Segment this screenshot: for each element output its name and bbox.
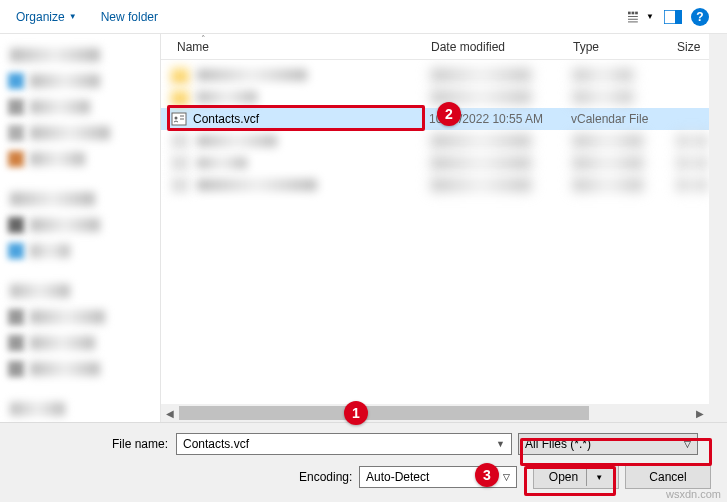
annotation-callout-1: 1	[344, 401, 368, 425]
annotation-box-open	[524, 466, 616, 496]
view-icon	[628, 10, 644, 24]
scroll-thumb[interactable]	[179, 406, 589, 420]
new-folder-label: New folder	[101, 10, 158, 24]
list-item[interactable]	[161, 130, 727, 152]
svg-rect-1	[632, 11, 635, 14]
help-button[interactable]: ?	[691, 8, 709, 26]
annotation-callout-3: 3	[475, 463, 499, 487]
encoding-label: Encoding:	[299, 470, 359, 484]
svg-rect-0	[628, 11, 631, 14]
horizontal-scrollbar[interactable]: ◀ ▶	[161, 404, 709, 422]
svg-rect-5	[628, 21, 638, 22]
svg-rect-2	[635, 11, 638, 14]
scroll-right-icon[interactable]: ▶	[691, 404, 709, 422]
chevron-down-icon: ▼	[69, 12, 77, 21]
annotation-box-filter	[520, 438, 712, 466]
annotation-box-file	[167, 105, 425, 131]
view-options-button[interactable]: ▼	[627, 6, 655, 28]
main-area: ˄ Name Date modified Type Size	[0, 34, 727, 422]
scroll-left-icon[interactable]: ◀	[161, 404, 179, 422]
sort-indicator-icon: ˄	[201, 34, 206, 44]
chevron-down-icon[interactable]: ▼	[496, 439, 505, 449]
annotation-callout-2: 2	[437, 102, 461, 126]
list-item[interactable]	[161, 152, 727, 174]
svg-rect-3	[628, 16, 638, 17]
organize-button[interactable]: Organize ▼	[16, 10, 77, 24]
watermark: wsxdn.com	[666, 488, 721, 500]
chevron-down-icon: ▼	[646, 12, 654, 21]
filename-input[interactable]: Contacts.vcf ▼	[176, 433, 512, 455]
chevron-down-icon[interactable]: ▽	[503, 472, 510, 482]
vertical-scrollbar[interactable]	[709, 34, 727, 422]
filename-value: Contacts.vcf	[183, 437, 249, 451]
list-item[interactable]	[161, 64, 727, 86]
encoding-value: Auto-Detect	[366, 470, 429, 484]
navigation-sidebar[interactable]	[0, 34, 160, 422]
preview-pane-icon	[664, 10, 682, 24]
cancel-label: Cancel	[649, 470, 686, 484]
preview-pane-button[interactable]	[661, 6, 685, 28]
file-type: vCalendar File	[571, 112, 675, 126]
svg-rect-7	[675, 10, 682, 24]
header-type[interactable]: Type	[565, 40, 669, 54]
organize-label: Organize	[16, 10, 65, 24]
file-list-area: ˄ Name Date modified Type Size	[160, 34, 727, 422]
toolbar: Organize ▼ New folder ▼ ?	[0, 0, 727, 34]
list-item[interactable]	[161, 174, 727, 196]
cancel-button[interactable]: Cancel	[625, 465, 711, 489]
column-headers: ˄ Name Date modified Type Size	[161, 34, 727, 60]
svg-rect-4	[628, 18, 638, 19]
filename-label: File name:	[16, 437, 176, 451]
help-icon: ?	[696, 10, 703, 24]
new-folder-button[interactable]: New folder	[101, 10, 158, 24]
header-date[interactable]: Date modified	[423, 40, 565, 54]
